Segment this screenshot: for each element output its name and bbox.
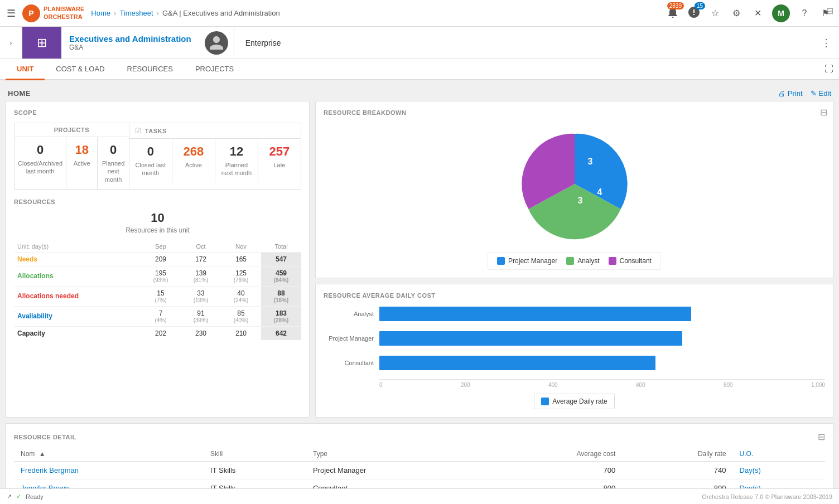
bar-row: Consultant: [324, 355, 825, 371]
tasks-checkbox-icon: ☑: [135, 127, 142, 135]
consultant-dot: [609, 257, 616, 265]
ready-icon: ✓: [16, 493, 21, 500]
user-avatar[interactable]: M: [772, 4, 790, 22]
tab-projects[interactable]: PROJECTS: [184, 59, 245, 80]
print-label: Print: [788, 89, 803, 98]
projects-active-value: 18: [70, 143, 94, 157]
edit-label: Edit: [819, 89, 831, 98]
bar-chart-wrapper: Analyst Project Manager Consultant 0 200…: [324, 306, 825, 409]
bar-axis: 0 200 400 600 800 1,000: [324, 382, 825, 388]
row-sep: 15(7%): [141, 286, 181, 306]
avg-cost-panel: ⊟ Resource average daily cost Analyst Pr…: [315, 284, 833, 418]
tasks-label: TASKS: [145, 128, 167, 134]
col-skill: Skill: [204, 447, 306, 462]
sub-header: › ⊞ Executives and Administration G&A En…: [0, 27, 839, 59]
tasks-late-label: Late: [262, 161, 297, 169]
status-ready: Ready: [26, 493, 44, 500]
page-title: Executives and Administration: [69, 34, 191, 43]
breadcrumb-home[interactable]: Home: [91, 9, 110, 17]
close-icon[interactable]: ✕: [751, 7, 764, 20]
settings-icon[interactable]: ⚙: [730, 7, 743, 20]
enterprise-button[interactable]: Enterprise: [234, 27, 292, 59]
tasks-planned-value: 12: [219, 144, 254, 159]
detail-corner-btn[interactable]: ⊟: [818, 432, 825, 442]
right-panels: ⊟ Resource breakdown: [315, 101, 833, 418]
chart-legend: Average Daily rate: [324, 394, 825, 409]
detail-nom[interactable]: Frederik Bergman: [14, 462, 204, 479]
avg-daily-rate-label: Average Daily rate: [552, 398, 607, 405]
tasks-metrics: ☑ TASKS 0 Closed last month 268 Active: [129, 123, 301, 190]
bar-row: Analyst: [324, 306, 825, 322]
projects-metrics: PROJECTS 0 Closed/Archived last month 18…: [14, 123, 129, 190]
unit-col-header: Unit: day(s): [14, 241, 141, 253]
row-oct: 91(39%): [181, 306, 221, 326]
bar-label: Project Manager: [324, 335, 379, 342]
tab-unit[interactable]: UNIT: [6, 59, 45, 80]
resources-count: 10: [14, 211, 301, 225]
breakdown-title: Resource breakdown: [324, 109, 825, 116]
tab-resources[interactable]: RESOURCES: [116, 59, 184, 80]
bar-fill: [379, 331, 682, 346]
hamburger-menu[interactable]: ☰: [7, 7, 16, 20]
avg-cost-corner-btn[interactable]: ⊟: [826, 6, 833, 16]
row-oct: 139(81%): [181, 266, 221, 286]
breadcrumb-timesheet[interactable]: Timesheet: [119, 9, 153, 17]
row-nov: 165: [221, 252, 261, 266]
help-icon[interactable]: ?: [798, 7, 811, 20]
bar-fill: [379, 307, 691, 321]
projects-closed-label: Closed/Archived last month: [18, 159, 62, 176]
tasks-active-label: Active: [176, 161, 211, 169]
row-sep: 195(93%): [141, 266, 181, 286]
scope-metrics-row: PROJECTS 0 Closed/Archived last month 18…: [14, 123, 301, 190]
projects-active-metric: 18 Active: [66, 137, 98, 189]
top-navigation: ☰ P PLANISWAREORCHESTRA Home › Timesheet…: [0, 0, 839, 27]
breakdown-corner-btn[interactable]: ⊟: [820, 107, 827, 118]
tasks-closed-value: 0: [133, 144, 168, 159]
nov-col-header: Nov: [221, 241, 261, 253]
tasks-closed-label: Closed last month: [133, 161, 168, 177]
scope-resources-panel: SCOPE PROJECTS 0 Closed/Archived last mo…: [6, 101, 310, 418]
avg-daily-rate-dot: [541, 398, 549, 405]
status-bar: ↗ ✓ Ready Orchestra Release 7.0 © Planis…: [0, 488, 839, 504]
row-total: 547: [261, 252, 301, 266]
row-oct: 172: [181, 252, 221, 266]
print-icon: 🖨: [778, 89, 785, 98]
row-total: 183(28%): [261, 306, 301, 326]
edit-icon: ✎: [811, 89, 817, 98]
star-icon[interactable]: ☆: [708, 7, 722, 20]
row-nov: 125(76%): [221, 266, 261, 286]
more-options-button[interactable]: ⋮: [821, 27, 839, 59]
bar-track: [379, 306, 825, 322]
notifications-button[interactable]: 2839: [666, 6, 679, 21]
print-button[interactable]: 🖨 Print: [778, 89, 803, 98]
logo-icon: P: [22, 4, 40, 22]
expand-button[interactable]: ›: [0, 27, 22, 59]
chart-legend-item: Average Daily rate: [534, 394, 615, 409]
row-total: 642: [261, 326, 301, 340]
breadcrumb-current: G&A | Executives and Administration: [162, 9, 280, 17]
detail-daily-rate: 740: [622, 462, 732, 479]
alerts-button[interactable]: 15: [687, 6, 701, 21]
row-oct: 230: [181, 326, 221, 340]
bar-fill: [379, 356, 655, 370]
edit-button[interactable]: ✎ Edit: [811, 89, 831, 98]
consultant-label: Consultant: [620, 257, 652, 265]
projects-values: 0 Closed/Archived last month 18 Active 0…: [15, 137, 129, 189]
bar-row: Project Manager: [324, 330, 825, 347]
fullscreen-button[interactable]: ⛶: [824, 64, 833, 74]
expand-status-icon: ↗: [7, 493, 12, 500]
row-sep: 202: [141, 326, 181, 340]
notifications-badge: 2839: [667, 2, 684, 9]
pie-chart-container: 3 3 4 Project Manager Analyst: [324, 123, 825, 270]
pm-dot: [497, 257, 505, 265]
tab-cost-load[interactable]: COST & LOAD: [45, 59, 115, 80]
main-grid: SCOPE PROJECTS 0 Closed/Archived last mo…: [6, 101, 833, 504]
tasks-planned-metric: 12 Planned next month: [215, 139, 258, 183]
oct-col-header: Oct: [181, 241, 221, 253]
table-row: Frederik Bergman IT Skills Project Manag…: [14, 462, 825, 479]
bar-label: Analyst: [324, 311, 379, 317]
detail-uo: Day(s): [733, 462, 825, 479]
col-daily-rate: Daily rate: [622, 447, 732, 462]
projects-label: PROJECTS: [15, 123, 129, 137]
row-label: Capacity: [14, 326, 141, 340]
